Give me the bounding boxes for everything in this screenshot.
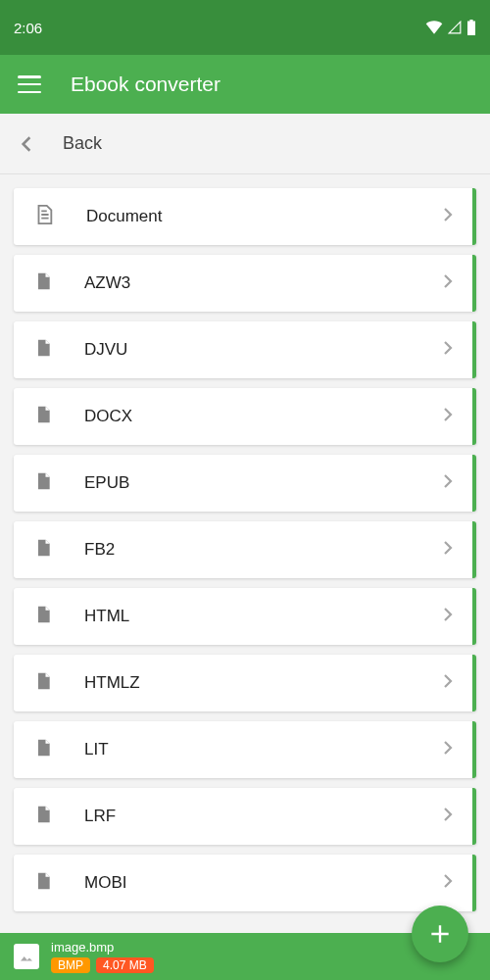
image-icon xyxy=(18,948,35,965)
app-bar: Ebook converter xyxy=(0,55,490,114)
format-label: HTML xyxy=(84,607,412,626)
format-label: DJVU xyxy=(84,340,412,360)
chevron-right-icon xyxy=(443,807,453,826)
status-bar: 2:06 xyxy=(0,0,490,55)
status-indicators xyxy=(425,20,476,35)
back-button[interactable]: Back xyxy=(0,114,490,174)
format-row-document[interactable]: Document xyxy=(14,188,476,245)
format-row-mobi[interactable]: MOBI xyxy=(14,855,476,911)
add-fab[interactable] xyxy=(412,906,468,962)
format-label: LRF xyxy=(84,807,412,826)
document-icon xyxy=(33,204,55,229)
menu-icon[interactable] xyxy=(18,75,41,93)
status-time: 2:06 xyxy=(14,20,42,36)
file-ext-badge: BMP xyxy=(51,957,90,973)
format-label: HTMLZ xyxy=(84,673,412,693)
chevron-right-icon xyxy=(443,273,453,293)
format-row-azw3[interactable]: AZW3 xyxy=(14,255,476,312)
format-row-epub[interactable]: EPUB xyxy=(14,455,476,512)
file-icon xyxy=(33,337,53,363)
file-icon xyxy=(33,470,53,496)
file-name: image.bmp xyxy=(51,940,154,956)
format-label: EPUB xyxy=(84,473,412,493)
file-thumbnail xyxy=(14,944,39,969)
file-info: image.bmp BMP 4.07 MB xyxy=(51,940,154,973)
chevron-right-icon xyxy=(443,407,453,426)
breadcrumb-label: Back xyxy=(63,133,102,154)
format-list: DocumentAZW3DJVUDOCXEPUBFB2HTMLHTMLZLITL… xyxy=(0,174,490,980)
chevron-right-icon xyxy=(443,540,453,560)
format-label: FB2 xyxy=(84,540,412,560)
chevron-right-icon xyxy=(443,673,453,693)
chevron-right-icon xyxy=(443,740,453,760)
chevron-right-icon xyxy=(443,873,453,893)
file-icon xyxy=(33,870,53,896)
file-icon xyxy=(33,737,53,762)
file-icon xyxy=(33,604,53,629)
chevron-right-icon xyxy=(443,607,453,626)
format-row-lit[interactable]: LIT xyxy=(14,721,476,778)
format-row-html[interactable]: HTML xyxy=(14,588,476,645)
format-row-htmlz[interactable]: HTMLZ xyxy=(14,655,476,711)
format-row-djvu[interactable]: DJVU xyxy=(14,321,476,378)
format-label: DOCX xyxy=(84,407,412,426)
cell-signal-icon xyxy=(447,21,463,34)
wifi-icon xyxy=(425,21,443,34)
format-label: Document xyxy=(86,207,412,226)
format-row-docx[interactable]: DOCX xyxy=(14,388,476,445)
battery-icon xyxy=(466,20,476,35)
format-label: AZW3 xyxy=(84,273,412,293)
chevron-right-icon xyxy=(443,473,453,493)
plus-icon xyxy=(427,921,453,947)
file-icon xyxy=(33,537,53,563)
format-label: MOBI xyxy=(84,873,412,893)
chevron-right-icon xyxy=(443,207,453,226)
file-icon xyxy=(33,804,53,829)
chevron-left-icon xyxy=(20,135,33,153)
file-size-badge: 4.07 MB xyxy=(96,957,154,973)
file-icon xyxy=(33,270,53,296)
file-icon xyxy=(33,670,53,696)
format-row-fb2[interactable]: FB2 xyxy=(14,521,476,578)
file-icon xyxy=(33,404,53,429)
format-row-lrf[interactable]: LRF xyxy=(14,788,476,845)
chevron-right-icon xyxy=(443,340,453,360)
app-title: Ebook converter xyxy=(71,73,220,96)
format-label: LIT xyxy=(84,740,412,760)
